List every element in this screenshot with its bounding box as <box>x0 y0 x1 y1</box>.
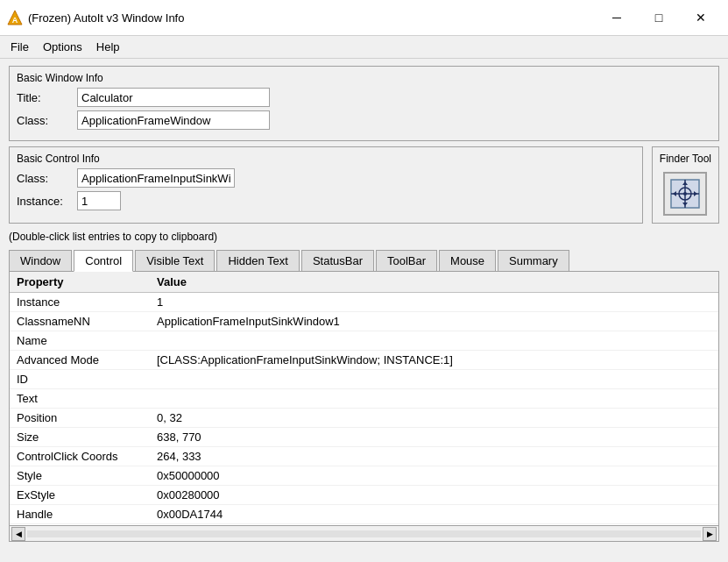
cell-value: 0x00DA1744 <box>150 505 718 524</box>
hint-text: (Double-click list entries to copy to cl… <box>9 229 719 245</box>
table-area[interactable]: Property Value Instance1ClassnameNNAppli… <box>9 272 719 526</box>
col-header-value: Value <box>150 272 718 293</box>
cell-value: 638, 770 <box>150 428 718 447</box>
control-instance-label: Instance: <box>17 195 74 208</box>
cell-property: Name <box>10 331 150 351</box>
maximize-button[interactable]: □ <box>639 5 679 30</box>
title-bar-left: A (Frozen) AutoIt v3 Window Info <box>7 10 184 25</box>
menu-bar: File Options Help <box>0 36 728 59</box>
table-row[interactable]: Advanced Mode[CLASS:ApplicationFrameInpu… <box>10 351 718 370</box>
menu-help[interactable]: Help <box>89 38 127 56</box>
basic-window-info-title: Basic Window Info <box>17 72 711 84</box>
finder-tool-title: Finder Tool <box>660 153 711 165</box>
title-bar-controls: ─ □ ✕ <box>597 5 721 30</box>
scroll-right-arrow[interactable]: ▶ <box>703 527 717 541</box>
table-row[interactable]: ControlClick Coords264, 333 <box>10 447 718 466</box>
svg-text:A: A <box>12 16 18 25</box>
table-row[interactable]: ExStyle0x00280000 <box>10 486 718 505</box>
basic-control-info-title: Basic Control Info <box>17 153 635 165</box>
basic-control-info-section: Basic Control Info Class: Instance: <box>9 146 643 224</box>
control-class-label: Class: <box>17 172 74 185</box>
minimize-button[interactable]: ─ <box>597 5 637 30</box>
horizontal-scrollbar[interactable]: ◀ ▶ <box>9 526 719 542</box>
table-row[interactable]: ID <box>10 370 718 389</box>
scroll-track[interactable] <box>27 530 701 537</box>
col-header-property: Property <box>10 272 150 293</box>
window-class-row: Class: <box>17 110 711 130</box>
tab-window[interactable]: Window <box>9 250 72 271</box>
scroll-left-arrow[interactable]: ◀ <box>11 527 25 541</box>
tab-toolbar[interactable]: ToolBar <box>376 250 437 271</box>
main-content: Basic Window Info Title: Class: Basic Co… <box>0 59 728 549</box>
cell-property: Size <box>10 428 150 447</box>
window-title: (Frozen) AutoIt v3 Window Info <box>28 11 184 25</box>
table-row[interactable]: ClassnameNNApplicationFrameInputSinkWind… <box>10 312 718 331</box>
basic-window-info-section: Basic Window Info Title: Class: <box>9 66 719 141</box>
table-row[interactable]: Name <box>10 331 718 351</box>
cell-value: 0x00280000 <box>150 486 718 505</box>
crosshair-icon <box>669 178 701 210</box>
table-row[interactable]: Style0x50000000 <box>10 466 718 486</box>
tab-visible-text[interactable]: Visible Text <box>135 250 215 271</box>
cell-value: ApplicationFrameInputSinkWindow1 <box>150 312 718 331</box>
cell-property: ExStyle <box>10 486 150 505</box>
window-title-row: Title: <box>17 88 711 107</box>
cell-value: [CLASS:ApplicationFrameInputSinkWindow; … <box>150 351 718 370</box>
cell-property: ClassnameNN <box>10 312 150 331</box>
cell-property: Handle <box>10 505 150 524</box>
cell-property: Text <box>10 389 150 409</box>
cell-property: ID <box>10 370 150 389</box>
tab-hidden-text[interactable]: Hidden Text <box>216 250 299 271</box>
cell-property: Advanced Mode <box>10 351 150 370</box>
table-body: Instance1ClassnameNNApplicationFrameInpu… <box>10 293 718 524</box>
cell-value <box>150 389 718 409</box>
table-row[interactable]: Position0, 32 <box>10 409 718 428</box>
control-instance-row: Instance: <box>17 191 635 210</box>
close-button[interactable]: ✕ <box>681 5 721 30</box>
control-instance-input[interactable] <box>77 191 121 210</box>
table-row[interactable]: Size638, 770 <box>10 428 718 447</box>
table-row[interactable]: Text <box>10 389 718 409</box>
window-class-input[interactable] <box>77 110 270 130</box>
cell-value <box>150 331 718 351</box>
tab-summary[interactable]: Summary <box>498 250 569 271</box>
table-row[interactable]: Instance1 <box>10 293 718 312</box>
title-bar: A (Frozen) AutoIt v3 Window Info ─ □ ✕ <box>0 0 728 36</box>
cell-value: 1 <box>150 293 718 312</box>
tab-control[interactable]: Control <box>74 250 133 272</box>
table-header-row: Property Value <box>10 272 718 293</box>
cell-property: ControlClick Coords <box>10 447 150 466</box>
finder-tool-button[interactable] <box>663 172 707 216</box>
control-class-row: Class: <box>17 168 635 188</box>
tab-statusbar[interactable]: StatusBar <box>301 250 374 271</box>
svg-point-6 <box>683 192 687 196</box>
table-row[interactable]: Handle0x00DA1744 <box>10 505 718 524</box>
properties-table: Property Value Instance1ClassnameNNAppli… <box>10 272 718 524</box>
control-class-input[interactable] <box>77 168 235 188</box>
menu-file[interactable]: File <box>4 38 36 56</box>
finder-tool-section: Finder Tool <box>652 146 719 224</box>
window-title-label: Title: <box>17 91 74 104</box>
tabs-container: Window Control Visible Text Hidden Text … <box>9 250 719 272</box>
cell-property: Instance <box>10 293 150 312</box>
tab-mouse[interactable]: Mouse <box>439 250 496 271</box>
cell-property: Style <box>10 466 150 486</box>
cell-value: 264, 333 <box>150 447 718 466</box>
cell-value: 0, 32 <box>150 409 718 428</box>
cell-property: Position <box>10 409 150 428</box>
cell-value: 0x50000000 <box>150 466 718 486</box>
window-class-label: Class: <box>17 114 74 127</box>
window-title-input[interactable] <box>77 88 270 107</box>
cell-value <box>150 370 718 389</box>
app-icon: A <box>7 10 23 25</box>
menu-options[interactable]: Options <box>36 38 89 56</box>
